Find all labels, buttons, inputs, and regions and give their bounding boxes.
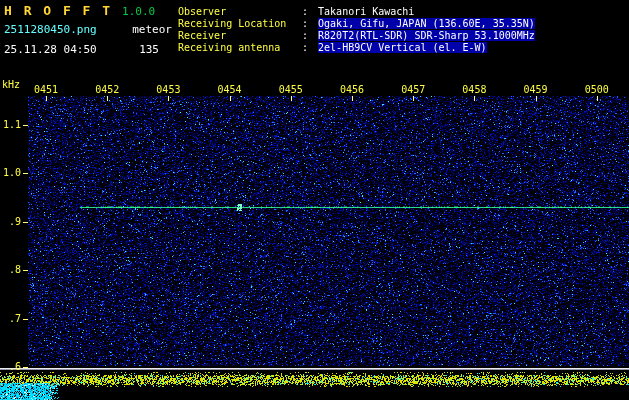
info-colon: : <box>302 18 312 30</box>
info-value: Ogaki, Gifu, JAPAN (136.60E, 35.35N) <box>318 18 535 29</box>
y-axis-unit-label: kHz <box>2 79 20 90</box>
info-row: Receiving Location : Ogaki, Gifu, JAPAN … <box>178 18 535 30</box>
info-panel: Observer : Takanori Kawachi Receiving Lo… <box>178 6 535 54</box>
y-tick-label: .8 <box>0 264 21 275</box>
mode-label: meteor <box>132 23 172 36</box>
x-tick-label: 0500 <box>580 84 614 95</box>
info-label: Observer <box>178 6 296 18</box>
app-title: H R O F F T <box>4 3 112 18</box>
info-colon: : <box>302 6 312 18</box>
x-tick-label: 0451 <box>29 84 63 95</box>
x-tick-label: 0455 <box>274 84 308 95</box>
x-tick-label: 0452 <box>90 84 124 95</box>
hrofft-screenshot: H R O F F T 1.0.0 2511280450.png meteor … <box>0 0 629 400</box>
app-version: 1.0.0 <box>122 5 155 18</box>
x-tick-label: 0459 <box>519 84 553 95</box>
datetime-label: 25.11.28 04:50 <box>4 43 97 56</box>
y-tick-label: .7 <box>0 313 21 324</box>
y-tick-label: .9 <box>0 216 21 227</box>
header-left: H R O F F T 1.0.0 2511280450.png meteor … <box>4 3 174 56</box>
spectrogram-canvas <box>0 0 629 400</box>
info-row: Receiver : R820T2(RTL-SDR) SDR-Sharp 53.… <box>178 30 535 42</box>
y-tick-label: 1.1 <box>0 119 21 130</box>
info-label: Receiving Location <box>178 18 296 30</box>
info-row: Observer : Takanori Kawachi <box>178 6 535 18</box>
y-tick-label: .6 <box>0 361 21 372</box>
info-row: Receiving antenna : 2el-HB9CV Vertical (… <box>178 42 535 54</box>
x-tick-label: 0453 <box>151 84 185 95</box>
title-row: H R O F F T 1.0.0 <box>4 3 174 18</box>
info-label: Receiving antenna <box>178 42 296 54</box>
info-value: 2el-HB9CV Vertical (el. E-W) <box>318 42 487 53</box>
x-tick-label: 0456 <box>335 84 369 95</box>
info-label: Receiver <box>178 30 296 42</box>
y-tick-label: 1.0 <box>0 167 21 178</box>
info-value: Takanori Kawachi <box>318 6 414 17</box>
info-colon: : <box>302 30 312 42</box>
x-tick-label: 0458 <box>457 84 491 95</box>
time-row: 25.11.28 04:50 135 <box>4 43 159 56</box>
info-colon: : <box>302 42 312 54</box>
x-tick-label: 0457 <box>396 84 430 95</box>
file-row: 2511280450.png meteor <box>4 23 172 36</box>
info-value: R820T2(RTL-SDR) SDR-Sharp 53.1000MHz <box>318 30 535 41</box>
count-label: 135 <box>139 43 159 56</box>
x-tick-label: 0454 <box>213 84 247 95</box>
output-filename: 2511280450.png <box>4 23 97 36</box>
